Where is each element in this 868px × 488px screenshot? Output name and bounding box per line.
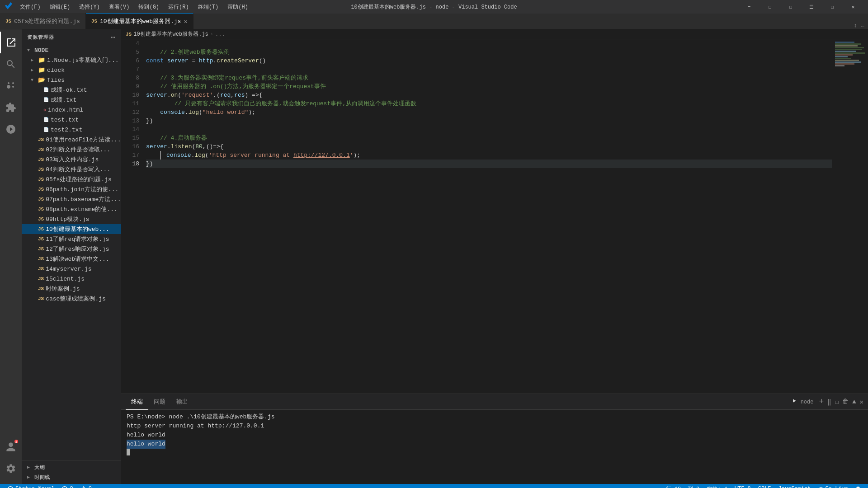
tree-item-clock[interactable]: ▶ 📁 clock	[22, 65, 121, 75]
code-token-func: log	[189, 108, 199, 117]
menu-item[interactable]: 帮助(H)	[224, 2, 252, 12]
tree-item-10[interactable]: JS 10创建最基本的web...	[22, 224, 121, 234]
timeline-panel-header[interactable]: ▶ 时间线	[22, 472, 121, 482]
js-file-icon: JS	[38, 197, 44, 202]
tree-item-clock-js[interactable]: JS 时钟案例.js	[22, 284, 121, 294]
terminal-line: hello world	[127, 431, 863, 440]
tree-item-09[interactable]: JS 09http模块.js	[22, 214, 121, 224]
tree-item-case[interactable]: JS case整理成绩案例.js	[22, 294, 121, 304]
close-tab-icon[interactable]: ✕	[184, 18, 187, 25]
tree-item-01[interactable]: JS 01使用readFile方法读...	[22, 135, 121, 145]
code-token-func: listen	[171, 142, 192, 151]
tree-item-04[interactable]: JS 04判断文件是否写入...	[22, 164, 121, 174]
line-num: 10	[121, 91, 139, 99]
status-errors[interactable]: 0	[58, 484, 76, 488]
tree-item-02[interactable]: JS 02判断文件是否读取...	[22, 145, 121, 155]
tree-item-test2[interactable]: 📄 test2.txt	[22, 125, 121, 135]
add-terminal-icon[interactable]: +	[819, 397, 824, 406]
tree-item-03[interactable]: JS 03写入文件内容.js	[22, 155, 121, 164]
status-spaces[interactable]: 空格: 4	[703, 484, 731, 488]
menu-item[interactable]: 编辑(E)	[46, 2, 74, 12]
problems-tab[interactable]: 问题	[148, 394, 171, 410]
code-line: // 3.为服务器实例绑定reques事件,前头客户端的请求	[146, 74, 832, 82]
output-tab[interactable]: 输出	[171, 394, 193, 410]
tree-label: 成绩-ok.txt	[51, 86, 87, 94]
outline-panel-header[interactable]: ▶ 大纲	[22, 462, 121, 472]
accounts-icon[interactable]: 1	[0, 436, 22, 458]
html-icon: ◇	[43, 107, 46, 113]
tree-item-files[interactable]: ▼ 📂 files	[22, 75, 121, 85]
status-encoding[interactable]: UTF-8	[731, 484, 755, 488]
menu-item[interactable]: 选择(Y)	[75, 2, 104, 12]
menu-item[interactable]: 转到(G)	[135, 2, 163, 12]
close-panel-icon[interactable]: ✕	[860, 398, 863, 406]
chevron-up-icon[interactable]: ▲	[852, 398, 856, 405]
tree-item-05[interactable]: JS 05fs处理路径的问题.js	[22, 174, 121, 184]
search-activity-icon[interactable]	[0, 53, 22, 75]
tab-05fs[interactable]: JS 05fs处理路径的问题.js	[0, 13, 86, 29]
tree-item-06[interactable]: JS 06path.join方法的使...	[22, 184, 121, 194]
settings-icon[interactable]	[0, 458, 22, 479]
tree-node-section[interactable]: ▼ NODE	[22, 45, 121, 55]
tree-label: 13解决web请求中文...	[46, 255, 109, 263]
tree-item-chengji[interactable]: 📄 成绩.txt	[22, 95, 121, 105]
menu-item[interactable]: 文件(F)	[16, 2, 44, 12]
editor-actions: ↕ …	[850, 22, 868, 29]
sidebar-more-icon[interactable]: ⋯	[111, 33, 116, 42]
breadcrumb-file[interactable]: 10创建最基本的web服务器.js	[133, 30, 208, 38]
extensions-icon[interactable]	[0, 97, 22, 118]
explorer-icon[interactable]	[0, 32, 22, 53]
tree-item-nodejs[interactable]: ▶ 📁 1.Node.js零基础入门...	[22, 55, 121, 65]
tree-item-13[interactable]: JS 13解决web请求中文...	[22, 254, 121, 264]
status-warnings[interactable]: 0	[77, 484, 95, 488]
close-button[interactable]: ✕	[843, 0, 863, 14]
code-lines[interactable]: // 2.创建web服务器实例 const server = http . cr…	[144, 39, 832, 394]
code-token-plain: (	[199, 108, 203, 117]
chevron-right-icon: ▶	[27, 465, 33, 470]
status-language[interactable]: JavaScript	[775, 484, 815, 488]
trash-terminal-icon[interactable]: 🗑	[842, 398, 849, 405]
line-col-text: 行 18, 列 3	[666, 485, 699, 488]
source-control-icon[interactable]	[0, 75, 22, 97]
menu-item[interactable]: 运行(R)	[165, 2, 193, 12]
split-terminal-icon[interactable]: ‖	[827, 398, 831, 406]
code-editor[interactable]: 4 5 6 7 8 9 10 11 12 13 14 15 16 17	[121, 39, 868, 394]
tree-item-chengjieok[interactable]: 📄 成绩-ok.txt	[22, 85, 121, 95]
run-debug-icon[interactable]	[0, 118, 22, 140]
js-file-icon: JS	[38, 137, 44, 142]
layout-button[interactable]: ☐	[760, 0, 780, 14]
menu-item[interactable]: 终端(T)	[194, 2, 222, 12]
folder-icon: 📁	[38, 66, 45, 74]
restore-button[interactable]: ☐	[780, 0, 801, 14]
grid-button[interactable]: ☰	[801, 0, 822, 14]
folder-icon: 📂	[38, 76, 45, 84]
tree-item-14[interactable]: JS 14myserver.js	[22, 264, 121, 274]
split-editor-icon[interactable]: ↕	[854, 22, 857, 29]
minimize-button[interactable]: −	[739, 0, 760, 14]
status-notifications[interactable]	[852, 484, 864, 488]
sidebar: 资源管理器 ⋯ ▼ NODE ▶ 📁 1.Node.js零基础入门... ▶ 📁…	[22, 29, 121, 484]
maximize-button[interactable]: ☐	[822, 0, 843, 14]
tree-item-11[interactable]: JS 11了解req请求对象.js	[22, 234, 121, 244]
status-golive[interactable]: Go Live	[815, 484, 852, 488]
more-actions-icon[interactable]: …	[861, 22, 864, 29]
terminal-layout-icon[interactable]: ☐	[835, 398, 839, 406]
tree-item-index[interactable]: ◇ index.html	[22, 105, 121, 115]
status-line-ending[interactable]: CRLF	[755, 484, 775, 488]
terminal-text: PS E:\node> node .\10创建最基本的web服务器.js	[127, 413, 275, 422]
tree-item-12[interactable]: JS 12了解res响应对象.js	[22, 244, 121, 254]
tree-item-test[interactable]: 📄 test.txt	[22, 115, 121, 125]
line-num: 17	[121, 151, 139, 160]
terminal-tab[interactable]: 终端	[126, 394, 148, 410]
menu-item[interactable]: 查看(V)	[105, 2, 133, 12]
status-novel[interactable]: Status Novel	[4, 484, 58, 488]
code-token-var: server	[167, 56, 189, 65]
js-icon: JS	[5, 19, 11, 24]
tree-item-15[interactable]: JS 15client.js	[22, 274, 121, 284]
tree-item-07[interactable]: JS 07path.basename方法...	[22, 194, 121, 204]
tab-10create[interactable]: JS 10创建最基本的web服务器.js ✕	[86, 13, 193, 29]
tree-item-08[interactable]: JS 08path.extname的使...	[22, 204, 121, 214]
status-line-col[interactable]: 行 18, 列 3	[662, 484, 703, 488]
terminal-body[interactable]: PS E:\node> node .\10创建最基本的web服务器.js htt…	[121, 410, 868, 484]
breadcrumb-dots[interactable]: ...	[215, 31, 225, 38]
